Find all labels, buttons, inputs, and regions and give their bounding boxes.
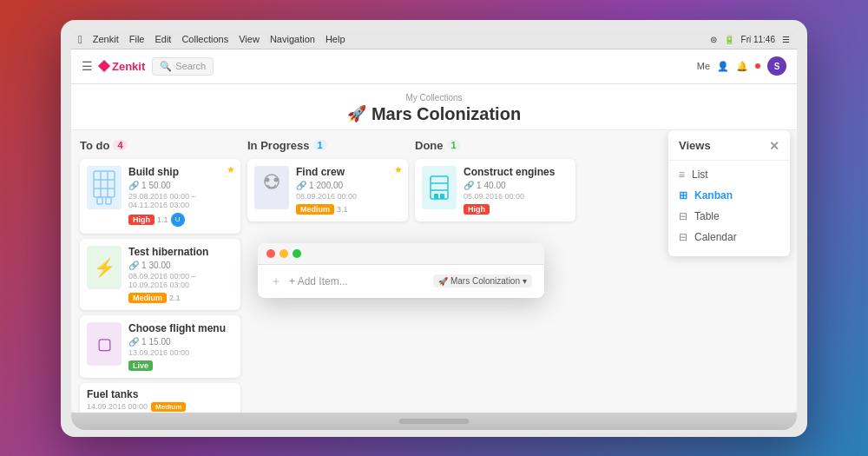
hamburger-menu-icon[interactable]: ☰ — [82, 59, 93, 73]
add-item-placeholder[interactable]: + Add Item... — [289, 275, 426, 287]
menu-file[interactable]: File — [129, 34, 145, 44]
card-flight-menu[interactable]: ▢ Choose flight menu 🔗 1 15.00 13.09.201… — [80, 315, 240, 378]
views-panel: Views ✕ ≡ List ⊞ Kanban ⊟ Table — [668, 130, 790, 256]
add-item-modal: ＋ + Add Item... 🚀 Mars Colonization ▾ — [258, 243, 544, 298]
views-close-button[interactable]: ✕ — [769, 139, 779, 153]
badge-high-ship: High — [128, 215, 155, 225]
collection-tag-icon: 🚀 — [438, 277, 448, 286]
card-test-hibernation[interactable]: ⚡ Test hibernation 🔗 1 30.00 08.09.2016 … — [80, 239, 240, 310]
view-item-table[interactable]: ⊟ Table — [668, 206, 790, 227]
badge-num-ship: 1.1 — [157, 215, 168, 224]
search-placeholder: Search — [175, 61, 206, 71]
menu-edit[interactable]: Edit — [155, 34, 171, 44]
menu-navigation[interactable]: Navigation — [270, 34, 315, 44]
card-title-hibernation: Test hibernation — [128, 246, 233, 258]
menu-help[interactable]: Help — [326, 34, 345, 44]
laptop-shell:  Zenkit File Edit Collections View Navi… — [61, 20, 807, 437]
card-thumbnail-menu: ▢ — [87, 322, 122, 366]
card-date-fueltanks: 14.09.2016 00:00 — [87, 402, 148, 411]
card-badges-engines: High — [464, 204, 569, 215]
col-title-done: Done — [415, 139, 444, 152]
page-title-text: Mars Colonization — [372, 104, 521, 124]
traffic-light-green[interactable] — [293, 249, 301, 258]
card-meta-engines: 🔗 1 40.00 — [464, 181, 569, 190]
page-title-area: My Collections 🚀 Mars Colonization — [71, 84, 797, 130]
menu-view[interactable]: View — [239, 34, 260, 44]
card-content-engines: Construct engines 🔗 1 40.00 05.09.2016 0… — [464, 166, 569, 215]
card-thumbnail-engine — [422, 166, 457, 209]
card-title-engines: Construct engines — [464, 166, 569, 178]
col-title-todo: To do — [80, 139, 109, 152]
traffic-light-yellow[interactable] — [279, 249, 288, 258]
svg-point-8 — [266, 177, 270, 182]
me-label[interactable]: Me — [697, 61, 710, 71]
card-date-hibernation: 08.09.2016 00:00 – 10.09.2016 03:00 — [128, 272, 233, 289]
badge-medium-fueltanks: Medium — [151, 402, 186, 412]
card-date-engines: 05.09.2016 00:00 — [464, 192, 569, 201]
apple-menu-icon[interactable]:  — [78, 33, 82, 46]
view-item-list[interactable]: ≡ List — [668, 164, 790, 185]
badge-num-findcrew: 3.1 — [337, 205, 348, 214]
points-hibernation: 30.00 — [149, 261, 171, 270]
card-date-flightmenu: 13.09.2016 00:00 — [128, 348, 233, 357]
view-label-calendar: Calendar — [694, 231, 737, 243]
wifi-icon: ⊜ — [710, 35, 717, 44]
view-item-calendar[interactable]: ⊟ Calendar — [668, 227, 790, 248]
badge-medium-hibernation: Medium — [128, 293, 167, 303]
spotlight-icon[interactable]: ☰ — [782, 35, 790, 44]
avatar[interactable]: S — [767, 56, 786, 76]
card-build-ship[interactable]: Build ship 🔗 1 50.00 29.08.2016 00:00 – … — [80, 159, 240, 234]
menu-collections[interactable]: Collections — [181, 34, 228, 44]
search-bar[interactable]: 🔍 Search — [152, 57, 214, 76]
svg-rect-14 — [440, 194, 444, 199]
collection-breadcrumb: My Collections — [71, 93, 797, 102]
column-todo: To do 4 — [80, 139, 240, 404]
rocket-icon: 🚀 — [347, 104, 366, 123]
svg-rect-10 — [431, 176, 448, 199]
card-construct-engines[interactable]: Construct engines 🔗 1 40.00 05.09.2016 0… — [415, 159, 575, 221]
card-thumbnail-find — [254, 166, 289, 209]
modal-traffic-lights — [258, 243, 544, 265]
card-find-crew[interactable]: Find crew 🔗 1 200.00 08.09.2016 00:00 Me… — [247, 159, 408, 221]
points-findcrew: 200.00 — [317, 181, 344, 190]
time-display: Fri 11:46 — [741, 35, 775, 44]
card-meta-flightmenu: 🔗 1 15.00 — [128, 337, 233, 347]
collection-tag-chevron: ▾ — [523, 276, 527, 286]
views-panel-header: Views ✕ — [668, 139, 790, 161]
subtask-count-engines: 1 — [477, 181, 482, 190]
traffic-light-red[interactable] — [266, 249, 275, 258]
svg-rect-0 — [94, 171, 115, 197]
card-fuel-tanks[interactable]: Fuel tanks 14.09.2016 00:00 Medium — [80, 383, 240, 413]
notification-bell-icon[interactable]: 🔔 — [736, 61, 748, 72]
subtask-icon: 🔗 — [128, 181, 139, 190]
view-label-kanban: Kanban — [694, 189, 733, 202]
star-icon-findcrew[interactable]: ★ — [394, 164, 403, 175]
subtask-icon-2: 🔗 — [128, 261, 139, 270]
card-title-findcrew: Find crew — [296, 166, 401, 178]
svg-rect-13 — [434, 194, 438, 199]
col-header-todo: To do 4 — [80, 139, 240, 152]
subtask-count-hibernation: 1 — [141, 261, 147, 270]
card-title-ship: Build ship — [128, 166, 233, 178]
kanban-area: To do 4 — [71, 130, 797, 413]
user-icon[interactable]: 👤 — [717, 61, 729, 72]
subtask-icon-3: 🔗 — [128, 337, 139, 347]
menu-zenkit[interactable]: Zenkit — [93, 34, 119, 44]
card-meta-hibernation: 🔗 1 30.00 — [128, 261, 233, 270]
badge-live-flightmenu: Live — [128, 360, 153, 371]
subtask-icon-5: 🔗 — [464, 181, 474, 190]
col-header-inprogress: In Progress 1 — [247, 139, 408, 152]
modal-body: ＋ + Add Item... 🚀 Mars Colonization ▾ — [258, 265, 544, 298]
subtask-count-ship: 1 — [141, 181, 147, 190]
col-count-done: 1 — [447, 140, 461, 150]
battery-icon: 🔋 — [724, 35, 734, 44]
laptop-base — [71, 413, 797, 430]
laptop-screen:  Zenkit File Edit Collections View Navi… — [71, 30, 797, 413]
views-panel-title: Views — [679, 139, 711, 152]
view-item-kanban[interactable]: ⊞ Kanban — [668, 185, 790, 206]
points-ship: 50.00 — [149, 181, 171, 190]
collection-tag[interactable]: 🚀 Mars Colonization ▾ — [433, 274, 532, 287]
star-icon-ship[interactable]: ★ — [227, 164, 235, 175]
brand-diamond-icon — [98, 60, 110, 72]
card-date-ship: 29.08.2016 00:00 – 04.11.2016 03:00 — [128, 192, 233, 209]
